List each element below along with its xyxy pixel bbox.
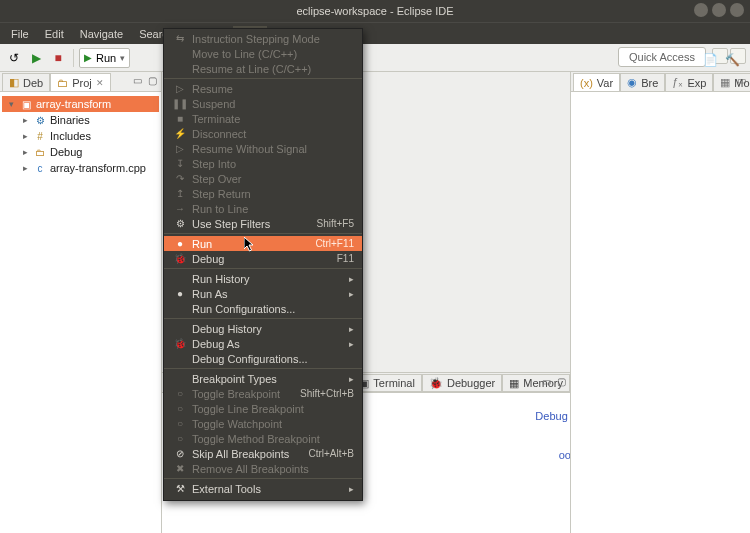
menu-separator <box>164 368 362 369</box>
menu-item-toggle-method-breakpoint: ○Toggle Method Breakpoint <box>164 431 362 446</box>
menu-file[interactable]: File <box>4 26 36 42</box>
tab-debugger[interactable]: 🐞 Debugger <box>422 374 502 392</box>
right-pane: (x) Var ◉ Bre ƒₓ Exp ▦ Mo ▭ <box>570 72 750 533</box>
minimize-button[interactable] <box>694 3 708 17</box>
bottom-tab-controls: ▭ ▢ <box>539 374 568 388</box>
menu-item-label: Step Over <box>192 173 354 185</box>
run-combo-label: Run <box>96 52 116 64</box>
menu-item-accel: Shift+Ctrl+B <box>300 388 354 399</box>
tab-breakpoints[interactable]: ◉ Bre <box>620 73 665 91</box>
menu-item-step-over: ↷Step Over <box>164 171 362 186</box>
run-config-combo[interactable]: ▶ Run ▾ <box>79 48 130 68</box>
menu-item-move-to-line-c-c: Move to Line (C/C++) <box>164 46 362 61</box>
variables-icon: (x) <box>580 77 593 89</box>
expander-icon[interactable]: ▸ <box>20 131 30 141</box>
menu-item-run-history[interactable]: Run History▸ <box>164 271 362 286</box>
tree-label: Binaries <box>50 114 90 126</box>
tree-debug-folder[interactable]: ▸ 🗀 Debug <box>2 144 159 160</box>
submenu-arrow-icon: ▸ <box>349 484 354 494</box>
expander-icon[interactable]: ▸ <box>20 163 30 173</box>
menu-edit[interactable]: Edit <box>38 26 71 42</box>
folder-icon: 🗀 <box>33 146 47 158</box>
tb-btn-2[interactable]: 🔨 <box>722 50 742 70</box>
tab-label: Debugger <box>447 377 495 389</box>
tree-root[interactable]: ▾ ▣ array-transform <box>2 96 159 112</box>
tab-debug-view[interactable]: ◧ Deb <box>2 73 50 91</box>
tab-variables[interactable]: (x) Var <box>573 73 620 91</box>
stop-icon[interactable]: ■ <box>48 48 68 68</box>
menu-navigate[interactable]: Navigate <box>73 26 130 42</box>
submenu-arrow-icon: ▸ <box>349 274 354 284</box>
menu-item-label: Skip All Breakpoints <box>192 448 308 460</box>
menu-item-skip-all-breakpoints[interactable]: ⊘Skip All BreakpointsCtrl+Alt+B <box>164 446 362 461</box>
variables-view[interactable] <box>571 92 750 533</box>
menu-item-label: Run Configurations... <box>192 303 354 315</box>
quick-access[interactable]: Quick Access <box>618 47 706 67</box>
menu-item-debug-as[interactable]: 🐞Debug As▸ <box>164 336 362 351</box>
menu-item-step-return: ↥Step Return <box>164 186 362 201</box>
menu-item-icon: ⚒ <box>172 483 188 494</box>
menu-item-icon: ⚙ <box>172 218 188 229</box>
menu-item-breakpoint-types[interactable]: Breakpoint Types▸ <box>164 371 362 386</box>
maximize-button[interactable] <box>712 3 726 17</box>
menu-item-label: Breakpoint Types <box>192 373 345 385</box>
menu-item-run-configurations[interactable]: Run Configurations... <box>164 301 362 316</box>
expander-icon[interactable]: ▾ <box>6 99 16 109</box>
menu-item-label: Resume Without Signal <box>192 143 354 155</box>
window-buttons <box>694 3 744 17</box>
maximize-view-icon[interactable]: ▢ <box>145 73 159 87</box>
minimize-view-icon[interactable]: ▭ <box>734 73 748 87</box>
close-icon[interactable]: ✕ <box>96 78 104 88</box>
menu-item-label: Resume at Line (C/C++) <box>192 63 354 75</box>
menu-item-label: Debug History <box>192 323 345 335</box>
menu-item-label: Run to Line <box>192 203 354 215</box>
tb-btn-1[interactable]: 📄 <box>700 50 720 70</box>
menu-item-accel: Ctrl+F11 <box>315 238 354 249</box>
menu-item-label: Remove All Breakpoints <box>192 463 354 475</box>
menu-item-run-as[interactable]: ●Run As▸ <box>164 286 362 301</box>
expander-icon[interactable]: ▸ <box>20 147 30 157</box>
window-title: eclipse-workspace - Eclipse IDE <box>296 5 453 17</box>
menu-item-label: Toggle Method Breakpoint <box>192 433 354 445</box>
menu-item-label: Debug As <box>192 338 345 350</box>
menu-item-accel: Ctrl+Alt+B <box>308 448 354 459</box>
expander-icon[interactable]: ▸ <box>20 115 30 125</box>
client-area: ◧ Deb 🗀 Proj ✕ ▭ ▢ ▾ ▣ array-transform ▸… <box>0 72 750 533</box>
memory-icon: ▦ <box>509 377 519 390</box>
menu-item-accel: Shift+F5 <box>316 218 354 229</box>
menu-item-icon: ⇆ <box>172 33 188 44</box>
menu-item-run[interactable]: ●RunCtrl+F11 <box>164 236 362 251</box>
minimize-view-icon[interactable]: ▭ <box>130 73 144 87</box>
tree-source-file[interactable]: ▸ c array-transform.cpp <box>2 160 159 176</box>
menu-separator <box>164 78 362 79</box>
dot-icon: ◧ <box>9 76 19 89</box>
menu-item-icon: ○ <box>172 403 188 414</box>
menu-item-label: Toggle Breakpoint <box>192 388 300 400</box>
menu-item-use-step-filters[interactable]: ⚙Use Step FiltersShift+F5 <box>164 216 362 231</box>
menu-item-icon: ● <box>172 288 188 299</box>
console-info: Debug for project array-transform **** <box>535 410 570 422</box>
run-icon[interactable]: ▶ <box>26 48 46 68</box>
binaries-icon: ⚙ <box>33 114 47 126</box>
close-button[interactable] <box>730 3 744 17</box>
maximize-view-icon[interactable]: ▢ <box>554 374 568 388</box>
expressions-icon: ƒₓ <box>672 76 683 89</box>
tab-project-explorer[interactable]: 🗀 Proj ✕ <box>50 73 111 91</box>
minimize-view-icon[interactable]: ▭ <box>539 374 553 388</box>
menu-item-debug[interactable]: 🐞DebugF11 <box>164 251 362 266</box>
menu-item-icon: 🐞 <box>172 253 188 264</box>
tree-label: array-transform.cpp <box>50 162 146 174</box>
menu-item-debug-history[interactable]: Debug History▸ <box>164 321 362 336</box>
restart-icon[interactable]: ↺ <box>4 48 24 68</box>
modules-icon: ▦ <box>720 76 730 89</box>
tree-includes[interactable]: ▸ # Includes <box>2 128 159 144</box>
menu-item-debug-configurations[interactable]: Debug Configurations... <box>164 351 362 366</box>
menu-item-instruction-stepping-mode: ⇆Instruction Stepping Mode <box>164 31 362 46</box>
tab-expressions[interactable]: ƒₓ Exp <box>665 73 713 91</box>
menu-item-icon: ○ <box>172 418 188 429</box>
project-tree[interactable]: ▾ ▣ array-transform ▸ ⚙ Binaries ▸ # Inc… <box>0 92 161 533</box>
menu-item-label: Use Step Filters <box>192 218 316 230</box>
menu-item-external-tools[interactable]: ⚒External Tools▸ <box>164 481 362 496</box>
tree-binaries[interactable]: ▸ ⚙ Binaries <box>2 112 159 128</box>
menu-item-label: Disconnect <box>192 128 354 140</box>
